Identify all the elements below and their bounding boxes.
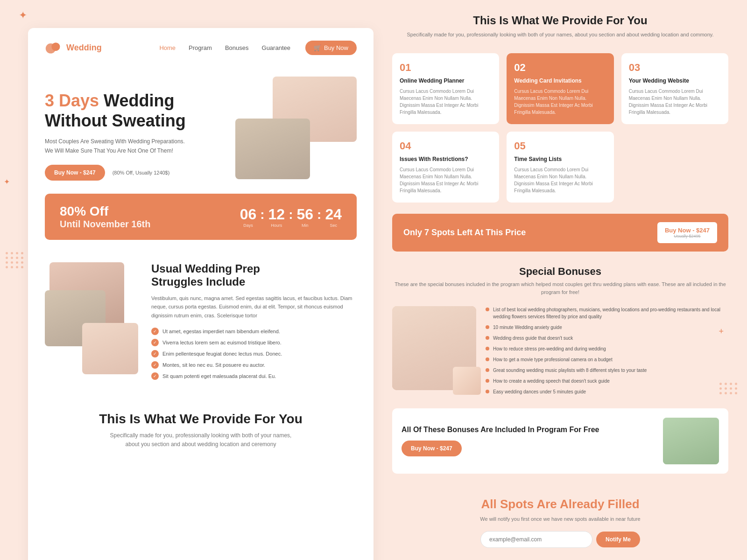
nav-guarantee[interactable]: Guarantee (262, 44, 290, 51)
feature-num-2: 02 (514, 62, 606, 74)
struggles-image-3 (82, 323, 138, 374)
hero-discount: (80% Off, Usually 1240$) (113, 170, 170, 175)
provide-subtitle-left: Specifically made for you, professionall… (45, 431, 357, 449)
spots-banner: Only 7 Spots Left At This Price Buy Now … (392, 214, 728, 252)
nav-home[interactable]: Home (159, 44, 176, 51)
time-sep-2: : (289, 207, 293, 222)
hero-title: 3 Days WeddingWithout Sweating (45, 91, 226, 131)
secs-label: Sec (325, 223, 342, 228)
right-panel: This Is What We Provide For You Specific… (374, 0, 747, 560)
notify-form: Notify Me (402, 531, 719, 548)
feature-num-3: 03 (629, 62, 721, 74)
bonus-included-button[interactable]: Buy Now - $247 (402, 441, 462, 456)
nav-bonuses[interactable]: Bonuses (225, 44, 249, 51)
feature-desc-3: Cursus Lacus Commodo Lorem Dui Maecenas … (629, 88, 721, 116)
feature-num-5: 05 (514, 140, 606, 152)
bonus-item: Wedding dress guide that doesn't suck (486, 335, 728, 342)
countdown-secs: 24 Sec (325, 206, 342, 228)
hero-images (235, 77, 357, 179)
list-item: Montes, sit leo nec eu. Sit posuere eu a… (151, 361, 357, 369)
bonus-included: All Of These Bonuses Are Included In Pro… (392, 408, 728, 474)
list-item: Enim pellentesque feugiat donec lectus m… (151, 350, 357, 357)
check-icon (151, 372, 159, 380)
countdown-banner: 80% Off Until November 16th 06 Days : 12… (45, 194, 357, 240)
feature-title-3: Your Wedding Website (629, 77, 721, 84)
bonus-dot (486, 325, 489, 329)
deco-star-3: ✦ (4, 177, 10, 186)
nav-program[interactable]: Program (189, 44, 212, 51)
feature-title-2: Wedding Card Invitations (514, 77, 606, 84)
hero-image-2 (235, 119, 310, 179)
notify-button[interactable]: Notify Me (596, 532, 640, 547)
hero-actions: Buy Now - $247 (80% Off, Usually 1240$) (45, 165, 226, 181)
mins-value: 56 (296, 206, 313, 223)
struggles-title: Usual Wedding PrepStruggles Include (151, 262, 357, 288)
bonus-included-image (663, 418, 719, 464)
feature-card-4: 04 Issues With Restrictions? Cursus Lacu… (392, 132, 499, 203)
provide-section-right: This Is What We Provide For You Specific… (392, 14, 728, 39)
secs-value: 24 (325, 206, 342, 223)
time-sep-3: : (317, 207, 321, 222)
bonus-dot (486, 379, 489, 383)
bonuses-subtitle: These are the special bonuses included i… (392, 280, 728, 297)
spots-btn-price: Buy Now - $247 (665, 227, 710, 234)
spots-filled-subtitle: We will notify you first once we have ne… (402, 516, 719, 522)
bonuses-title: Special Bonuses (392, 266, 728, 278)
days-value: 06 (240, 206, 257, 223)
logo: Wedding (45, 39, 102, 56)
countdown-mins: 56 Min (296, 206, 313, 228)
logo-icon (45, 39, 62, 56)
bonus-item: How to get a movie type professional cam… (486, 356, 728, 363)
feature-title-1: Online Wedding Planner (400, 77, 492, 84)
time-sep-1: : (260, 207, 264, 222)
feature-num-4: 04 (400, 140, 492, 152)
struggles-images (45, 262, 138, 374)
spots-filled-title: All Spots Are Already Filled (402, 497, 719, 511)
spots-filled-section: All Spots Are Already Filled We will not… (392, 488, 728, 557)
countdown-time: 06 Days : 12 Hours : 56 Min : 24 Sec (240, 206, 342, 228)
countdown-subtitle: Until November 16th (60, 219, 150, 230)
feature-title-5: Time Saving Lists (514, 156, 606, 162)
nav-cta-label: Buy Now (324, 44, 348, 51)
struggles-section: Usual Wedding PrepStruggles Include Vest… (28, 253, 374, 393)
check-icon (151, 350, 159, 357)
list-item: Sit quam potenti eget malesuada placerat… (151, 372, 357, 380)
list-item: Ut amet, egestas imperdiet nam bibendum … (151, 328, 357, 335)
cart-icon: 🛒 (314, 44, 321, 51)
bonus-item: Easy wedding dances under 5 minutes guid… (486, 388, 728, 395)
bonuses-list: List of best local wedding photographers… (486, 306, 728, 399)
hero-buy-button[interactable]: Buy Now - $247 (45, 165, 105, 181)
feature-num-1: 01 (400, 62, 492, 74)
spots-banner-text: Only 7 Spots Left At This Price (403, 228, 526, 238)
bonus-included-title: All Of These Bonuses Are Included In Pro… (402, 425, 654, 435)
bonus-item: List of best local wedding photographers… (486, 306, 728, 320)
hero-text: 3 Days WeddingWithout Sweating Most Coup… (45, 77, 226, 181)
nav-buy-button[interactable]: 🛒 Buy Now (305, 41, 357, 55)
notify-email-input[interactable] (480, 531, 592, 548)
feature-desc-5: Cursus Lacus Commodo Lorem Dui Maecenas … (514, 166, 606, 194)
feature-desc-2: Cursus Lacus Commodo Lorem Dui Maecenas … (514, 88, 606, 116)
features-grid: 01 Online Wedding Planner Cursus Lacus C… (392, 53, 728, 203)
logo-text: Wedding (66, 43, 102, 53)
bonus-dot (486, 336, 489, 340)
countdown-title: 80% Off (60, 204, 150, 219)
hero-section: 3 Days WeddingWithout Sweating Most Coup… (28, 67, 374, 181)
feature-desc-1: Cursus Lacus Commodo Lorem Dui Maecenas … (400, 88, 492, 116)
list-item: Viverra lectus lorem sem ac euismod tris… (151, 339, 357, 346)
bonus-dot (486, 368, 489, 372)
provide-section-left: This Is What We Provide For You Specific… (28, 393, 374, 468)
feature-card-3: 03 Your Wedding Website Cursus Lacus Com… (621, 53, 728, 124)
navbar: Wedding Home Program Bonuses Guarantee 🛒… (28, 28, 374, 67)
bonus-included-image-wrap (663, 418, 719, 464)
hours-label: Hours (268, 223, 285, 228)
bonus-dot (486, 390, 489, 393)
bonus-dot (486, 308, 489, 311)
mins-label: Min (296, 223, 313, 228)
bonus-item: 10 minute Wedding anxiety guide (486, 324, 728, 331)
bonus-item: How to reduce stress pre-wedding and dur… (486, 345, 728, 352)
days-label: Days (240, 223, 257, 228)
feature-card-1: 01 Online Wedding Planner Cursus Lacus C… (392, 53, 499, 124)
provide-subtitle-right: Specifically made for you, professionall… (392, 31, 728, 39)
feature-desc-4: Cursus Lacus Commodo Lorem Dui Maecenas … (400, 166, 492, 194)
spots-banner-button[interactable]: Buy Now - $247 Usually $2495 (657, 222, 717, 243)
